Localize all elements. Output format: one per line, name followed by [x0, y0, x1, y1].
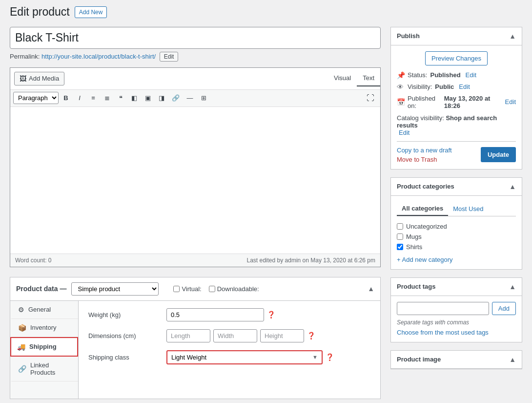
update-button[interactable]: Update — [481, 147, 516, 162]
permalink-label: Permalink: — [10, 53, 40, 60]
published-edit-link[interactable]: Edit — [505, 98, 516, 106]
visibility-edit-link[interactable]: Edit — [459, 83, 470, 90]
tab-all-categories[interactable]: All categories — [397, 202, 448, 216]
weight-label: Weight (kg) — [88, 311, 166, 318]
height-input[interactable] — [260, 329, 304, 342]
categories-panel: Product categories ▲ All categories Most… — [390, 177, 522, 270]
add-new-category-link[interactable]: + Add new category — [397, 256, 516, 263]
category-checkbox-mugs[interactable] — [397, 233, 403, 240]
dimensions-help-icon: ❓ — [307, 332, 315, 339]
tags-input-row: Add — [397, 302, 516, 315]
length-input[interactable] — [166, 329, 210, 342]
category-item-mugs: Mugs — [397, 232, 516, 242]
downloadable-checkbox[interactable] — [209, 286, 215, 292]
publish-actions: Copy to a new draft Move to Trash Update — [397, 141, 516, 163]
shipping-class-row: Shipping class No shipping class Light W… — [88, 350, 370, 364]
catalog-visibility: Catalog visibility: Shop and search resu… — [397, 114, 516, 136]
editor-content[interactable] — [10, 107, 380, 254]
publish-meta: 📌 Status: Published Edit 👁 Visibility: P… — [397, 71, 516, 109]
align-right-button[interactable]: ◨ — [155, 92, 168, 104]
dimensions-inputs — [166, 329, 304, 342]
permalink-edit-button[interactable]: Edit — [160, 52, 179, 62]
publish-panel-header[interactable]: Publish ▲ — [391, 27, 522, 45]
editor-toolbar: Paragraph B I ≡ ≣ ❝ ◧ ▣ ◨ 🔗 — ⊞ ⛶ — [10, 90, 380, 107]
status-value: Published — [430, 71, 460, 79]
product-image-panel-header[interactable]: Product image ▲ — [391, 351, 522, 369]
downloadable-checkbox-label[interactable]: Downloadable: — [209, 285, 259, 293]
unordered-list-button[interactable]: ≡ — [87, 92, 100, 104]
publish-panel-toggle: ▲ — [509, 32, 516, 40]
bold-button[interactable]: B — [60, 92, 72, 104]
tab-shipping[interactable]: 🚚 Shipping — [10, 337, 78, 357]
permalink-url[interactable]: http://your-site.local/product/black-t-s… — [41, 53, 156, 60]
align-center-button[interactable]: ▣ — [142, 92, 154, 104]
word-count: Word count: 0 — [15, 257, 51, 264]
last-edited: Last edited by admin on May 13, 2020 at … — [246, 257, 375, 264]
move-trash-link[interactable]: Move to Trash — [397, 156, 452, 163]
visibility-value: Public — [435, 83, 454, 90]
category-item-uncategorized: Uncategorized — [397, 221, 516, 232]
shipping-class-help-icon: ❓ — [326, 353, 334, 361]
editor-footer: Word count: 0 Last edited by admin on Ma… — [10, 254, 380, 267]
choose-tags-link[interactable]: Choose from the most used tags — [397, 329, 489, 336]
ordered-list-button[interactable]: ≣ — [101, 92, 113, 104]
permalink: Permalink: http://your-site.local/produc… — [10, 52, 381, 62]
product-data-title: Product data — — [16, 285, 66, 293]
tags-panel-toggle: ▲ — [509, 283, 516, 291]
width-input[interactable] — [213, 329, 257, 342]
tab-general[interactable]: ⚙ General — [10, 301, 78, 319]
category-tabs: All categories Most Used — [397, 202, 516, 216]
table-button[interactable]: ⊞ — [197, 92, 210, 104]
tags-panel-header[interactable]: Product tags ▲ — [391, 278, 522, 296]
product-data-tabs: ⚙ General 📦 Inventory 🚚 Shipping 🔗 — [10, 301, 79, 399]
link-button[interactable]: 🔗 — [169, 92, 183, 104]
product-data-toggle[interactable]: ▲ — [368, 285, 374, 293]
virtual-checkbox[interactable] — [173, 286, 180, 292]
tags-add-button[interactable]: Add — [492, 302, 516, 315]
visibility-row: 👁 Visibility: Public Edit — [397, 83, 516, 91]
weight-input[interactable] — [166, 308, 264, 321]
more-button[interactable]: — — [184, 92, 196, 104]
category-checkbox-uncategorized[interactable] — [397, 223, 403, 230]
visual-tab[interactable]: Visual — [328, 70, 357, 86]
categories-panel-header[interactable]: Product categories ▲ — [391, 178, 522, 196]
product-data-header[interactable]: Product data — Simple product Grouped pr… — [10, 277, 380, 301]
product-image-panel-toggle: ▲ — [509, 356, 516, 363]
italic-button[interactable]: I — [73, 92, 86, 104]
text-tab[interactable]: Text — [357, 70, 380, 86]
catalog-edit-link[interactable]: Edit — [399, 129, 409, 136]
dimensions-label: Dimensions (cm) — [88, 332, 166, 339]
published-value: May 13, 2020 at 18:26 — [444, 95, 500, 109]
visibility-icon: 👁 — [397, 83, 405, 91]
tab-inventory[interactable]: 📦 Inventory — [10, 319, 78, 337]
preview-changes-button[interactable]: Preview Changes — [425, 51, 488, 65]
published-date-row: 📅 Published on: May 13, 2020 at 18:26 Ed… — [397, 95, 516, 109]
align-left-button[interactable]: ◧ — [128, 92, 141, 104]
status-edit-link[interactable]: Edit — [466, 71, 476, 79]
tab-most-used[interactable]: Most Used — [448, 202, 488, 216]
publish-panel-title: Publish — [397, 32, 420, 40]
tags-input[interactable] — [397, 302, 489, 315]
editor-wrapper: 🖼 Add Media Visual Text Paragraph B — [10, 67, 381, 267]
fullscreen-button[interactable]: ⛶ — [364, 92, 377, 105]
virtual-checkbox-label[interactable]: Virtual: — [173, 285, 201, 293]
status-row: 📌 Status: Published Edit — [397, 71, 516, 79]
page-title: Edit product — [10, 5, 70, 20]
shipping-icon: 🚚 — [17, 343, 25, 351]
tab-linked-products[interactable]: 🔗 Linked Products — [10, 357, 78, 382]
categories-panel-body: All categories Most Used Uncategorized M… — [391, 196, 522, 269]
shipping-class-select[interactable]: No shipping class Light Weight Heavy Bul… — [166, 350, 323, 364]
add-new-button[interactable]: Add New — [75, 6, 107, 18]
category-list: Uncategorized Mugs Shirts — [397, 221, 516, 252]
status-icon: 📌 — [397, 71, 405, 79]
blockquote-button[interactable]: ❝ — [114, 92, 127, 104]
tags-help-text: Separate tags with commas — [397, 319, 516, 326]
product-image-panel-title: Product image — [397, 356, 441, 363]
product-title-input[interactable] — [10, 27, 381, 49]
paragraph-select[interactable]: Paragraph — [13, 92, 59, 104]
product-type-select[interactable]: Simple product Grouped product External/… — [71, 282, 159, 296]
add-media-button[interactable]: 🖼 Add Media — [14, 72, 64, 85]
category-checkbox-shirts[interactable] — [397, 244, 403, 250]
product-data-section: Product data — Simple product Grouped pr… — [10, 277, 381, 399]
copy-draft-link[interactable]: Copy to a new draft — [397, 147, 452, 154]
